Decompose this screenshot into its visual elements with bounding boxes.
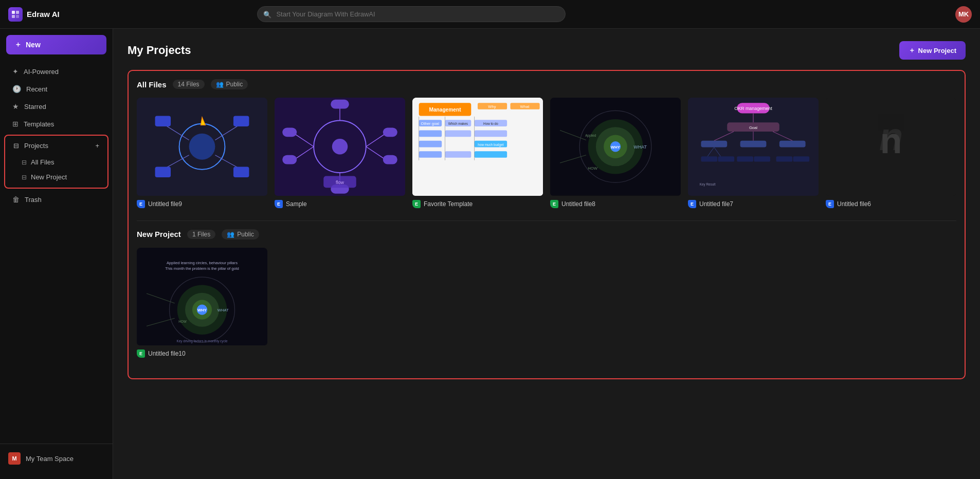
sidebar-item-ai-powered[interactable]: ✦ AI-Powered bbox=[4, 63, 108, 80]
svg-rect-46 bbox=[445, 131, 471, 137]
projects-icon: ⊟ bbox=[13, 142, 19, 150]
new-project-grid: Applied learning circles, behaviour pill… bbox=[137, 248, 956, 358]
projects-section: ⊟ Projects + ⊟ All Files ⊟ New Project bbox=[4, 135, 108, 189]
svg-rect-42 bbox=[419, 131, 442, 137]
file-thumb-file7: OKR management Goal bbox=[688, 98, 819, 196]
file-card-file9[interactable]: E Untitled file9 bbox=[137, 98, 267, 208]
svg-rect-86 bbox=[737, 156, 753, 161]
svg-rect-27 bbox=[383, 127, 397, 137]
team-icon: M bbox=[8, 452, 21, 465]
star-icon: ★ bbox=[12, 102, 19, 110]
file-card-sample[interactable]: flow E Sample bbox=[275, 98, 405, 208]
file-card-file7[interactable]: OKR management Goal bbox=[688, 98, 819, 208]
file-label-file7: E Untitled file7 bbox=[688, 200, 819, 208]
new-project-button[interactable]: ＋ New Project bbox=[899, 41, 966, 60]
svg-rect-87 bbox=[754, 156, 770, 161]
sidebar-item-recent[interactable]: 🕐 Recent bbox=[4, 81, 108, 97]
projects-header[interactable]: ⊟ Projects + bbox=[5, 138, 107, 154]
file-card-file6[interactable]: n n E Untitled file6 bbox=[826, 98, 956, 208]
file-label-file6: E Untitled file6 bbox=[826, 200, 956, 208]
projects-sub-menu: ⊟ All Files ⊟ New Project bbox=[5, 154, 107, 186]
file-label-file8: E Untitled file8 bbox=[550, 200, 681, 208]
file-type-icon-file10: E bbox=[137, 349, 145, 358]
all-files-header: All Files 14 Files 👥 Public bbox=[137, 79, 956, 89]
svg-rect-13 bbox=[155, 167, 171, 177]
svg-text:How to do: How to do bbox=[483, 122, 498, 125]
svg-text:OKR management: OKR management bbox=[734, 106, 772, 111]
new-project-visibility: 👥 Public bbox=[222, 229, 259, 240]
svg-text:What: What bbox=[520, 104, 530, 109]
sidebar-item-new-project[interactable]: ⊟ New Project bbox=[5, 170, 107, 185]
new-project-plus-icon: ＋ bbox=[909, 46, 915, 55]
add-project-icon[interactable]: + bbox=[95, 142, 99, 150]
team-space[interactable]: M My Team Space bbox=[4, 448, 108, 469]
svg-text:Applied: Applied bbox=[585, 134, 596, 138]
all-files-grid: E Untitled file9 bbox=[137, 98, 956, 208]
search-input[interactable] bbox=[257, 6, 566, 22]
svg-rect-3 bbox=[16, 15, 19, 18]
svg-rect-88 bbox=[776, 156, 792, 161]
sidebar: ＋ New ✦ AI-Powered 🕐 Recent ★ Starred ⊞ … bbox=[0, 29, 113, 479]
file-thumb-file10: Applied learning circles, behaviour pill… bbox=[137, 248, 267, 346]
svg-rect-1 bbox=[16, 11, 19, 14]
svg-text:WHY: WHY bbox=[611, 145, 620, 150]
trash-icon: 🗑 bbox=[12, 195, 20, 204]
svg-rect-29 bbox=[331, 100, 349, 109]
svg-rect-43 bbox=[419, 141, 442, 148]
file-card-file10[interactable]: Applied learning circles, behaviour pill… bbox=[137, 248, 267, 358]
svg-text:flow: flow bbox=[336, 180, 344, 185]
search-container: 🔍 bbox=[257, 6, 566, 22]
svg-rect-54 bbox=[475, 151, 507, 158]
svg-rect-26 bbox=[282, 155, 297, 164]
svg-text:HOW: HOW bbox=[588, 166, 597, 171]
svg-rect-85 bbox=[718, 156, 734, 161]
all-files-title: All Files bbox=[137, 80, 167, 89]
file-thumb-file6: n n bbox=[826, 98, 956, 196]
all-files-visibility: 👥 Public bbox=[211, 79, 248, 89]
svg-text:WHY: WHY bbox=[197, 308, 207, 312]
new-button[interactable]: ＋ New bbox=[6, 35, 106, 54]
sidebar-item-starred[interactable]: ★ Starred bbox=[4, 98, 108, 115]
plus-icon: ＋ bbox=[14, 40, 22, 49]
svg-text:WHAT: WHAT bbox=[217, 308, 229, 312]
svg-text:Key Result: Key Result bbox=[700, 182, 716, 187]
new-project-side-icon: ⊟ bbox=[22, 174, 27, 181]
svg-rect-0 bbox=[12, 11, 15, 14]
svg-text:Why: Why bbox=[488, 104, 496, 109]
file-thumb-file8: WHY WHAT HOW Applied bbox=[550, 98, 681, 196]
avatar[interactable]: MK bbox=[955, 6, 972, 23]
file-card-fav[interactable]: Management Why What Other goal Whi bbox=[412, 98, 543, 208]
app-logo: Edraw AI bbox=[8, 7, 60, 22]
main-layout: ＋ New ✦ AI-Powered 🕐 Recent ★ Starred ⊞ … bbox=[0, 29, 980, 479]
sidebar-item-all-files[interactable]: ⊟ All Files bbox=[5, 155, 107, 170]
svg-rect-81 bbox=[779, 141, 806, 148]
svg-rect-89 bbox=[793, 156, 809, 161]
svg-text:Key driving factors in monthly: Key driving factors in monthly cycle bbox=[176, 339, 228, 343]
section-divider bbox=[137, 220, 956, 221]
logo-icon bbox=[8, 7, 23, 22]
svg-rect-14 bbox=[233, 167, 249, 177]
svg-rect-28 bbox=[383, 155, 397, 164]
new-project-title: New Project bbox=[137, 230, 181, 238]
sidebar-item-trash[interactable]: 🗑 Trash bbox=[4, 191, 108, 208]
svg-text:Other goal: Other goal bbox=[421, 121, 440, 126]
all-files-section: All Files 14 Files 👥 Public bbox=[137, 79, 956, 208]
svg-rect-49 bbox=[475, 131, 507, 137]
file-card-file8[interactable]: WHY WHAT HOW Applied E Untitled file8 bbox=[550, 98, 681, 208]
public-icon: 👥 bbox=[216, 81, 224, 88]
topbar: Edraw AI 🔍 MK bbox=[0, 0, 980, 29]
new-project-count: 1 Files bbox=[187, 230, 215, 239]
svg-rect-11 bbox=[155, 116, 171, 126]
public-icon-2: 👥 bbox=[227, 231, 234, 238]
new-project-section: New Project 1 Files 👥 Public Applied lea… bbox=[137, 229, 956, 358]
file-label-file10: E Untitled file10 bbox=[137, 349, 267, 358]
svg-rect-12 bbox=[233, 116, 249, 126]
sidebar-bottom: M My Team Space bbox=[0, 444, 113, 473]
svg-rect-50 bbox=[419, 151, 442, 158]
ai-icon: ✦ bbox=[12, 67, 19, 76]
file-thumb-fav: Management Why What Other goal Whi bbox=[412, 98, 543, 196]
file-type-icon-sample: E bbox=[275, 200, 283, 208]
sidebar-item-templates[interactable]: ⊞ Templates bbox=[4, 116, 108, 132]
svg-text:This month the problem is the : This month the problem is the pillar of … bbox=[165, 266, 239, 271]
svg-point-6 bbox=[189, 134, 215, 160]
